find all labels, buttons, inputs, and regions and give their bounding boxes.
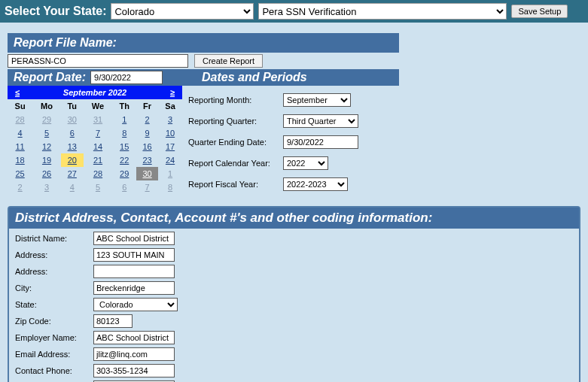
cal-day[interactable]: 10 <box>158 126 182 140</box>
cal-day[interactable]: 5 <box>84 180 113 194</box>
cal-day[interactable]: 30 <box>136 167 158 180</box>
cal-day[interactable]: 26 <box>32 167 61 180</box>
cal-day[interactable]: 6 <box>61 126 84 140</box>
create-report-button[interactable]: Create Report <box>194 54 263 68</box>
cal-day[interactable]: 1 <box>158 167 182 180</box>
employer-input[interactable] <box>93 331 175 344</box>
report-date-input[interactable] <box>90 71 163 84</box>
cal-day[interactable]: 2 <box>136 113 158 126</box>
save-setup-button[interactable]: Save Setup <box>511 5 568 18</box>
cal-dow-header: Tu <box>61 99 84 113</box>
cal-dow-header: Fr <box>136 99 158 113</box>
reporting-month-label: Reporting Month: <box>188 96 279 105</box>
phone-input[interactable] <box>93 364 175 377</box>
cal-day[interactable]: 31 <box>84 113 113 126</box>
cal-day[interactable]: 20 <box>61 153 84 167</box>
dates-periods-header: Dates and Periods <box>196 69 399 86</box>
cal-day[interactable]: 7 <box>136 180 158 194</box>
cal-day[interactable]: 2 <box>8 180 32 194</box>
cal-day[interactable]: 11 <box>8 140 32 153</box>
cal-day[interactable]: 29 <box>112 167 136 180</box>
cal-day[interactable]: 16 <box>136 140 158 153</box>
cal-day[interactable]: 3 <box>158 113 182 126</box>
report-date-header: Report Date: <box>14 71 86 84</box>
cal-day[interactable]: 18 <box>8 153 32 167</box>
cal-day[interactable]: 3 <box>32 180 61 194</box>
district-name-input[interactable] <box>93 232 175 245</box>
cal-day[interactable]: 30 <box>61 113 84 126</box>
cal-day[interactable]: 24 <box>158 153 182 167</box>
calendar-year-select[interactable]: 2022 <box>283 156 328 170</box>
state-select[interactable]: Colorado <box>111 3 254 20</box>
address1-input[interactable] <box>93 248 175 262</box>
quarter-ending-input[interactable] <box>283 135 358 149</box>
cal-dow-header: Mo <box>32 99 61 113</box>
cal-day[interactable]: 17 <box>158 140 182 153</box>
reporting-quarter-label: Reporting Quarter: <box>188 117 279 126</box>
district-name-label: District Name: <box>15 234 89 243</box>
cal-day[interactable]: 5 <box>32 126 61 140</box>
cal-day[interactable]: 4 <box>61 180 84 194</box>
address2-label: Address: <box>15 267 89 276</box>
report-select[interactable]: Pera SSN Verification <box>258 3 507 20</box>
cal-day[interactable]: 21 <box>84 153 113 167</box>
cal-day[interactable]: 6 <box>112 180 136 194</box>
fiscal-year-label: Report Fiscal Year: <box>188 180 279 189</box>
cal-day[interactable]: 23 <box>136 153 158 167</box>
city-label: City: <box>15 283 89 293</box>
zip-input[interactable] <box>93 314 133 328</box>
cal-day[interactable]: 19 <box>32 153 61 167</box>
cal-day[interactable]: 8 <box>112 126 136 140</box>
state-field-select[interactable]: Colorado <box>93 298 178 311</box>
reporting-month-select[interactable]: September <box>283 93 351 107</box>
cal-prev[interactable]: ≤ <box>8 88 27 97</box>
cal-dow-header: We <box>84 99 113 113</box>
cal-next[interactable]: ≥ <box>163 88 182 97</box>
calendar-year-label: Report Calendar Year: <box>188 159 279 168</box>
quarter-ending-label: Quarter Ending Date: <box>188 138 279 147</box>
reporting-quarter-select[interactable]: Third Quarter <box>283 114 358 128</box>
cal-day[interactable]: 7 <box>84 126 113 140</box>
email-input[interactable] <box>93 347 175 361</box>
main-panel: Report File Name: Create Report Report D… <box>0 23 588 382</box>
cal-day[interactable]: 28 <box>8 113 32 126</box>
phone-label: Contact Phone: <box>15 366 89 375</box>
cal-day[interactable]: 27 <box>61 167 84 180</box>
cal-day[interactable]: 28 <box>84 167 113 180</box>
cal-day[interactable]: 22 <box>112 153 136 167</box>
topbar: Select Your State: Colorado Pera SSN Ver… <box>0 0 588 23</box>
district-panel: District Address, Contact, Account #'s a… <box>8 206 580 382</box>
cal-day[interactable]: 15 <box>112 140 136 153</box>
cal-dow-header: Sa <box>158 99 182 113</box>
state-field-label: State: <box>15 300 89 309</box>
employer-label: Employer Name: <box>15 333 89 342</box>
cal-day[interactable]: 25 <box>8 167 32 180</box>
address1-label: Address: <box>15 250 89 259</box>
cal-day[interactable]: 13 <box>61 140 84 153</box>
cal-month-title: September 2022 <box>63 88 126 97</box>
cal-dow-header: Su <box>8 99 32 113</box>
calendar: ≤ September 2022 ≥ SuMoTuWeThFrSa 282930… <box>8 86 182 194</box>
cal-day[interactable]: 8 <box>158 180 182 194</box>
zip-label: Zip Code: <box>15 317 89 326</box>
state-label: Select Your State: <box>5 5 106 18</box>
cal-day[interactable]: 14 <box>84 140 113 153</box>
cal-day[interactable]: 4 <box>8 126 32 140</box>
district-header: District Address, Contact, Account #'s a… <box>9 208 579 229</box>
cal-day[interactable]: 12 <box>32 140 61 153</box>
calendar-grid: SuMoTuWeThFrSa 2829303112345678910111213… <box>8 99 182 194</box>
cal-dow-header: Th <box>112 99 136 113</box>
filename-input[interactable] <box>8 54 188 68</box>
cal-day[interactable]: 29 <box>32 113 61 126</box>
city-input[interactable] <box>93 281 175 295</box>
filename-header: Report File Name: <box>8 33 399 53</box>
address2-input[interactable] <box>93 265 175 278</box>
cal-day[interactable]: 9 <box>136 126 158 140</box>
fiscal-year-select[interactable]: 2022-2023 <box>283 177 348 191</box>
cal-day[interactable]: 1 <box>112 113 136 126</box>
email-label: Email Address: <box>15 350 89 359</box>
